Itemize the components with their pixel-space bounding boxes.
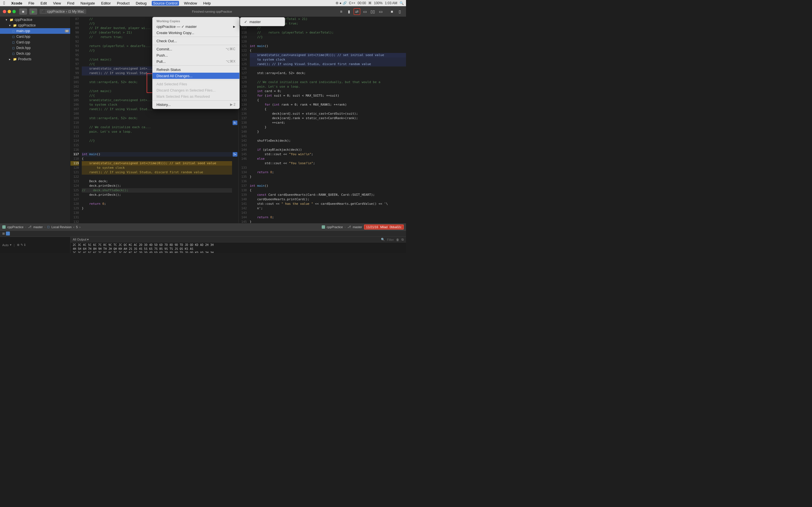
source-control-icon[interactable]: ⇄ — [354, 8, 360, 15]
sidebar-item-main-cpp[interactable]: ◻ main.cpp M — [0, 28, 70, 34]
debug-icon[interactable]: ■ — [389, 8, 395, 15]
commit-hash-badge[interactable]: 11/21/16 Milad 0bba02c — [364, 224, 404, 230]
run-button[interactable]: ▶ — [29, 8, 37, 15]
menu-cpppractice-master[interactable]: cppPractice — ✓ master ▶ ✓ master — [153, 23, 239, 30]
pull-shortcut: ⌥⌘X — [226, 59, 236, 63]
stop-button[interactable]: ■ — [19, 8, 27, 15]
expand-icon[interactable]: ⊞ — [2, 232, 5, 235]
file-menu[interactable]: File — [28, 1, 36, 5]
breadcrumb-sep1: › — [25, 225, 26, 229]
editor-grid-icon[interactable]: ▮ — [346, 8, 352, 15]
menu-refresh-status[interactable]: Refresh Status — [153, 66, 239, 73]
single-editor-icon[interactable]: ▭ — [361, 8, 368, 15]
split-view-icon[interactable]: ⧉ — [402, 238, 404, 241]
commit-shortcut: ⌥⌘C — [225, 47, 236, 51]
navigate-menu[interactable]: Navigate — [79, 1, 96, 5]
scheme-selector[interactable]: ⬛ cppPractice › ⊡ My Mac — [40, 9, 86, 14]
language-indicator: C++ — [349, 1, 356, 5]
menu-label-discard-all: Discard All Changes... — [156, 74, 193, 78]
project-color-icon-right — [322, 225, 325, 229]
menu-discard-all[interactable]: Discard All Changes... — [153, 73, 239, 79]
controls-icon[interactable]: ⊕ — [17, 243, 19, 247]
menu-discard-selected: Discard Changes in Selected Files... — [153, 87, 239, 93]
editor-area: 87888990 91929394 95969798 99100101102 1… — [70, 17, 406, 223]
commit-sha: 0bba02c — [390, 225, 402, 229]
dual-editor-icon[interactable]: ▯▯ — [369, 8, 376, 15]
breadcrumb-prev[interactable]: ‹ — [73, 225, 74, 229]
help-menu[interactable]: Help — [202, 1, 212, 5]
submenu-master[interactable]: ✓ master — [240, 18, 285, 25]
bottom-bar-right: cppPractice › ⎇ master 11/21/16 Milad 0b… — [322, 224, 404, 230]
submenu-master-label: master — [250, 20, 261, 24]
breadcrumb-branch-right[interactable]: master — [353, 225, 362, 229]
filter-input[interactable]: Filter — [387, 238, 394, 241]
chevron-right-icon: ▸ — [8, 57, 12, 61]
debug-menu[interactable]: Debug — [135, 1, 148, 5]
auto-label[interactable]: Auto — [2, 243, 9, 247]
menu-check-out[interactable]: Check Out... — [153, 38, 239, 44]
sidebar-item-deck-hpp[interactable]: ◻ Deck.hpp — [0, 45, 70, 51]
minimize-button[interactable] — [8, 10, 11, 13]
cpppractice-submenu[interactable]: ✓ master — [240, 17, 285, 26]
output-line-1: 2C 3C 4C 5C 6C 7C 8C 9C TC JC QC KC AC 2… — [73, 243, 404, 247]
menu-history[interactable]: History... ▶ 2 — [153, 101, 239, 108]
close-button[interactable] — [3, 10, 6, 13]
sidebar-item-products[interactable]: ▸ 📁 Products — [0, 56, 70, 62]
breadcrumb-next[interactable]: › — [80, 225, 81, 229]
menu-commit[interactable]: Commit... ⌥⌘C — [153, 46, 239, 52]
menu-pull[interactable]: Pull... ⌥⌘X — [153, 58, 239, 64]
output-section: Auto ▾ | ⊕ ✎ ℹ All Output ▾ 🔍 Filter 🗑 ⧉… — [0, 237, 406, 253]
menu-push[interactable]: Push... — [153, 52, 239, 58]
output-content: 2C 3C 4C 5C 6C 7C 8C 9C TC JC QC KC AC 2… — [70, 242, 406, 253]
output-line-3: 2C 3C 4C 5C 6C 7C 8C 9C TC JC QC KC AC 2… — [73, 251, 404, 253]
menubar-right: ⚙ ● 🔗 C++ 00:00 ⌘ 100% 1:03 AM 🔍 — [336, 1, 404, 5]
build-status: Finished running cppPractice — [89, 10, 336, 13]
chevron-down-icon: ▾ — [4, 18, 8, 22]
split-editor-icon[interactable]: ▭ — [377, 8, 384, 15]
run-time: 00:00 — [357, 1, 366, 5]
file-icon-card-cpp: ◻ — [11, 40, 15, 44]
menu-add-selected: Add Selected Files — [153, 81, 239, 87]
menu-label-pull: Pull... — [156, 59, 166, 64]
maximize-button[interactable] — [12, 10, 16, 13]
product-menu[interactable]: Product — [116, 1, 131, 5]
find-menu[interactable]: Find — [66, 1, 75, 5]
search-icon[interactable]: 🔍 — [400, 1, 404, 5]
diff-badge-4: 4▸ — [233, 121, 238, 125]
edit-menu[interactable]: Edit — [40, 1, 48, 5]
sidebar: ▾ 📁 cppPractice ▾ 📁 cppPractice ◻ main.c… — [0, 17, 70, 223]
sidebar-item-cpppractice[interactable]: ▾ 📁 cppPractice — [0, 22, 70, 28]
menu-create-working-copy[interactable]: Create Working Copy... — [153, 30, 239, 36]
view-menu[interactable]: View — [52, 1, 62, 5]
folder-icon: 📁 — [10, 18, 13, 22]
trash-icon[interactable]: 🗑 — [396, 238, 399, 241]
editor-menu[interactable]: Editor — [100, 1, 112, 5]
apple-menu[interactable]:  — [2, 1, 6, 6]
file-icon-main: ◻ — [11, 29, 15, 33]
toolbar: ■ ▶ ⬛ cppPractice › ⊡ My Mac Finished ru… — [0, 6, 406, 17]
breadcrumb-project-right[interactable]: cppPractice — [327, 225, 343, 229]
separator-5 — [153, 100, 239, 101]
right-panel-icon[interactable]: ▯ — [396, 8, 403, 15]
menu-label-mark-resolved: Mark Selected Files as Resolved — [156, 94, 210, 99]
separator-3 — [153, 65, 239, 66]
sidebar-item-deck-cpp[interactable]: ◻ Deck.cpp — [0, 51, 70, 56]
submenu-arrow-icon: ▶ — [233, 25, 236, 28]
breadcrumb-revision[interactable]: Local Revision — [51, 225, 71, 229]
sidebar-item-card-cpp[interactable]: ◻ Card.cpp — [0, 40, 70, 45]
sidebar-item-cpppractice-root[interactable]: ▾ 📁 cppPractice — [0, 17, 70, 22]
folder-icon-2: 📁 — [13, 23, 17, 27]
breadcrumb-branch[interactable]: master — [33, 225, 43, 229]
window-menu[interactable]: Window — [183, 1, 198, 5]
edit-icon[interactable]: ✎ — [20, 243, 23, 247]
source-control-dropdown[interactable]: Working Copies cppPractice — ✓ master ▶ … — [152, 17, 240, 109]
editor-list-icon[interactable]: ≡ — [338, 8, 345, 15]
traffic-lights — [3, 10, 16, 13]
all-output-label[interactable]: All Output ▾ — [73, 238, 89, 241]
info-icon[interactable]: ℹ — [24, 243, 26, 247]
sidebar-item-card-hpp[interactable]: ◻ Card.hpp — [0, 34, 70, 40]
xcode-menu[interactable]: Xcode — [10, 1, 23, 5]
breadcrumb-project[interactable]: cppPractice — [7, 225, 23, 229]
left-output-pane: Auto ▾ | ⊕ ✎ ℹ — [0, 237, 70, 253]
source-control-menu[interactable]: Source Control — [152, 1, 179, 6]
